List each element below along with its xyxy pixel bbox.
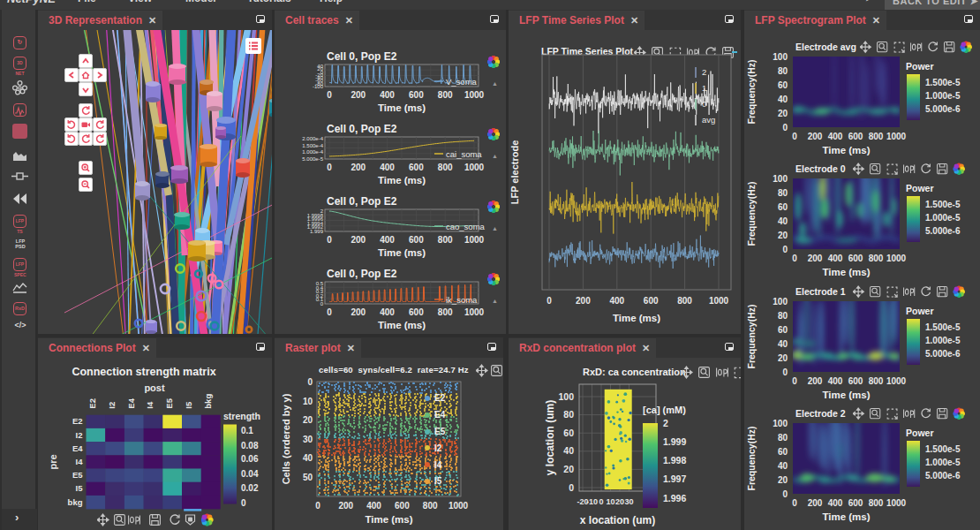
svg-text:2: 2 (663, 418, 668, 428)
svg-text:Cell 0, Pop E2: Cell 0, Pop E2 (327, 195, 397, 208)
svg-text:E2: E2 (87, 398, 97, 409)
svg-text:I4: I4 (434, 460, 442, 470)
svg-text:Power: Power (906, 183, 934, 193)
svg-text:600: 600 (644, 296, 659, 306)
svg-text:40: 40 (778, 339, 788, 349)
svg-text:60: 60 (778, 202, 788, 212)
svg-text:0: 0 (307, 377, 313, 387)
svg-text:0: 0 (547, 296, 552, 306)
svg-text:y location (um): y location (um) (544, 400, 556, 475)
svg-text:0: 0 (315, 501, 320, 511)
svg-text:1.998: 1.998 (663, 455, 686, 466)
svg-text:20: 20 (563, 464, 574, 474)
svg-text:I5: I5 (76, 483, 84, 493)
svg-text:5.000e-6: 5.000e-6 (925, 226, 961, 236)
svg-text:600: 600 (409, 235, 424, 245)
svg-text:Power: Power (906, 61, 934, 72)
svg-text:Time (ms): Time (ms) (378, 175, 426, 186)
svg-text:0: 0 (320, 301, 324, 307)
svg-text:V_soma: V_soma (446, 77, 478, 87)
svg-text:1: 1 (702, 83, 706, 93)
svg-text:I4: I4 (145, 401, 155, 409)
svg-text:1000: 1000 (886, 376, 907, 386)
svg-text:50: 50 (303, 473, 313, 482)
svg-text:100: 100 (773, 419, 788, 428)
svg-text:Time (ms): Time (ms) (822, 145, 870, 155)
svg-text:200: 200 (338, 501, 353, 511)
svg-text:Cells (ordered by y): Cells (ordered by y) (281, 393, 291, 484)
svg-text:Time (ms): Time (ms) (613, 313, 660, 323)
svg-text:400: 400 (828, 254, 843, 263)
svg-text:800: 800 (677, 296, 692, 306)
svg-text:80: 80 (778, 311, 788, 321)
svg-text:800: 800 (869, 132, 884, 141)
svg-text:Cell 0, Pop E2: Cell 0, Pop E2 (327, 123, 397, 135)
svg-text:20: 20 (778, 475, 788, 485)
svg-text:200: 200 (808, 132, 823, 141)
svg-text:1000: 1000 (886, 254, 907, 263)
svg-text:200: 200 (808, 376, 823, 386)
svg-text:1.999: 1.999 (663, 436, 686, 447)
svg-text:Time (ms): Time (ms) (365, 514, 412, 525)
svg-text:0.08: 0.08 (241, 441, 259, 450)
svg-text:0: 0 (327, 90, 332, 100)
svg-text:400: 400 (828, 132, 843, 141)
svg-text:0: 0 (241, 498, 246, 508)
svg-text:E2: E2 (72, 416, 83, 426)
svg-text:600: 600 (848, 132, 863, 141)
svg-text:cao_soma: cao_soma (446, 222, 486, 231)
svg-text:1000: 1000 (464, 163, 485, 172)
svg-text:1.500e-4: 1.500e-4 (302, 143, 323, 148)
svg-text:E2: E2 (434, 393, 446, 403)
svg-text:200: 200 (351, 307, 366, 317)
svg-text:1.997: 1.997 (663, 473, 686, 484)
svg-text:800: 800 (869, 498, 884, 508)
svg-text:Frequency(Hz): Frequency(Hz) (746, 60, 757, 125)
svg-text:1.000e-5: 1.000e-5 (925, 336, 961, 345)
svg-text:0: 0 (792, 254, 797, 263)
svg-text:E5: E5 (434, 427, 446, 436)
svg-text:cai_soma: cai_soma (446, 149, 482, 159)
svg-text:5.000e-5: 5.000e-5 (302, 156, 323, 162)
svg-text:800: 800 (869, 376, 884, 386)
svg-text:100: 100 (558, 391, 574, 402)
svg-text:0: 0 (792, 498, 797, 508)
svg-text:0.06: 0.06 (241, 454, 259, 464)
svg-text:80: 80 (778, 433, 788, 443)
svg-text:20: 20 (778, 231, 788, 240)
svg-text:600: 600 (848, 376, 863, 386)
svg-text:200: 200 (351, 90, 366, 100)
svg-text:80: 80 (778, 188, 788, 198)
svg-text:0: 0 (327, 235, 332, 245)
svg-text:10: 10 (606, 497, 614, 506)
svg-text:Time (ms): Time (ms) (378, 102, 426, 113)
svg-text:0: 0 (792, 132, 797, 141)
svg-text:0: 0 (782, 123, 788, 132)
svg-text:Cell 0, Pop E2: Cell 0, Pop E2 (327, 50, 397, 63)
svg-text:20: 20 (303, 415, 313, 425)
svg-text:400: 400 (380, 90, 395, 100)
svg-text:I2: I2 (76, 430, 83, 440)
svg-text:1.500e-5: 1.500e-5 (925, 322, 961, 332)
svg-text:100: 100 (773, 297, 788, 307)
svg-text:strength: strength (223, 411, 260, 421)
svg-text:Power: Power (906, 306, 934, 316)
svg-text:E5: E5 (72, 470, 83, 480)
svg-text:200: 200 (808, 498, 823, 508)
svg-text:100: 100 (773, 52, 788, 62)
svg-text:80: 80 (778, 66, 788, 76)
svg-text:1.500e-5: 1.500e-5 (925, 444, 961, 454)
svg-text:20: 20 (778, 109, 788, 118)
svg-text:400: 400 (380, 235, 395, 245)
svg-text:-10: -10 (586, 497, 598, 506)
svg-text:-100: -100 (313, 84, 324, 89)
svg-text:0: 0 (327, 307, 332, 317)
svg-text:1.999: 1.999 (310, 229, 324, 234)
svg-text:400: 400 (366, 501, 381, 511)
svg-text:600: 600 (395, 501, 410, 511)
svg-text:1.500e-5: 1.500e-5 (925, 200, 961, 209)
svg-text:0: 0 (782, 367, 788, 377)
svg-text:E5: E5 (164, 398, 174, 408)
svg-text:200: 200 (576, 296, 591, 306)
svg-text:0: 0 (782, 245, 788, 254)
